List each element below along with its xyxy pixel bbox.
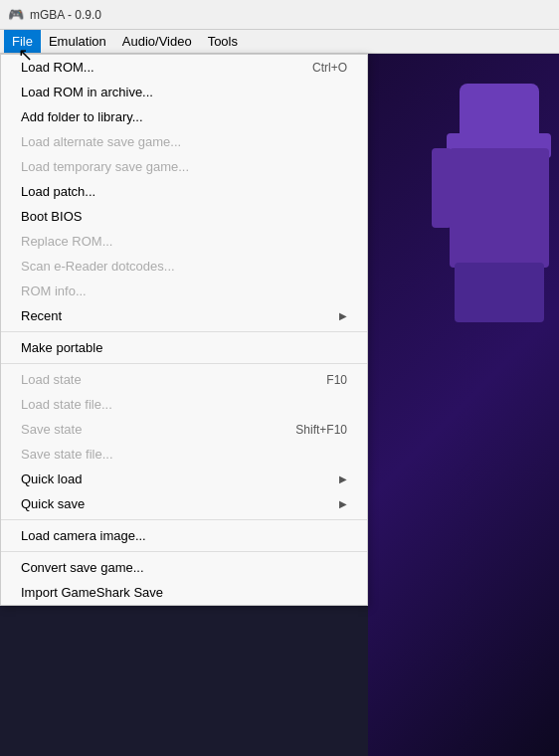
menu-item-rom-info: ROM info... bbox=[1, 279, 367, 303]
menu-bar: FileEmulationAudio/VideoTools bbox=[0, 30, 559, 54]
menu-item-replace-rom: Replace ROM... bbox=[1, 229, 367, 254]
menu-item-load-state-file: Load state file... bbox=[1, 392, 367, 417]
menu-item-import-gameshark-save[interactable]: Import GameShark Save bbox=[1, 580, 367, 605]
menu-separator-20 bbox=[1, 519, 367, 520]
menu-item-file[interactable]: File bbox=[4, 30, 41, 53]
robot-torso bbox=[450, 148, 549, 268]
menu-item-shortcut: Ctrl+O bbox=[312, 61, 347, 75]
robot-arm bbox=[432, 148, 452, 228]
menu-item-tools[interactable]: Tools bbox=[200, 30, 246, 53]
menu-item-load-rom[interactable]: Load ROM...Ctrl+O bbox=[1, 55, 367, 80]
menu-item-label: Import GameShark Save bbox=[21, 585, 163, 600]
game-bg-inner bbox=[368, 54, 559, 756]
menu-item-label: Quick save bbox=[21, 496, 85, 511]
menu-item-load-state: Load stateF10 bbox=[1, 367, 367, 392]
menu-item-label: Boot BIOS bbox=[21, 209, 82, 224]
menu-item-label: Quick load bbox=[21, 472, 82, 486]
submenu-arrow-icon: ▶ bbox=[339, 310, 347, 321]
menu-item-boot-bios[interactable]: Boot BIOS bbox=[1, 204, 367, 229]
submenu-arrow-icon: ▶ bbox=[339, 498, 347, 509]
menu-item-save-state-file: Save state file... bbox=[1, 442, 367, 467]
menu-item-label: Load camera image... bbox=[21, 528, 146, 543]
game-background bbox=[368, 54, 559, 756]
menu-separator-11 bbox=[1, 331, 367, 332]
menu-item-label: Scan e-Reader dotcodes... bbox=[21, 259, 175, 274]
menu-item-load-camera-image[interactable]: Load camera image... bbox=[1, 523, 367, 548]
menu-item-label: Load temporary save game... bbox=[21, 159, 189, 174]
menu-item-shortcut: F10 bbox=[326, 373, 347, 387]
menu-separator-22 bbox=[1, 551, 367, 552]
menu-item-label: Load patch... bbox=[21, 184, 95, 199]
menu-item-label: Save state file... bbox=[21, 447, 113, 462]
menu-item-add-folder-to-library[interactable]: Add folder to library... bbox=[1, 104, 367, 129]
menu-item-convert-save-game[interactable]: Convert save game... bbox=[1, 555, 367, 580]
menu-item-scan-e-reader-dotcodes: Scan e-Reader dotcodes... bbox=[1, 254, 367, 279]
menu-item-label: Load ROM in archive... bbox=[21, 85, 153, 99]
menu-item-shortcut: Shift+F10 bbox=[295, 423, 347, 437]
menu-item-label: Load ROM... bbox=[21, 60, 94, 75]
menu-item-emulation[interactable]: Emulation bbox=[41, 30, 114, 53]
menu-item-label: Replace ROM... bbox=[21, 234, 112, 249]
menu-item-quick-save[interactable]: Quick save▶ bbox=[1, 491, 367, 516]
title-bar-text: mGBA - 0.9.0 bbox=[30, 8, 101, 22]
app-icon: 🎮 bbox=[8, 7, 24, 23]
menu-item-label: Convert save game... bbox=[21, 560, 144, 575]
menu-item-load-rom-in-archive[interactable]: Load ROM in archive... bbox=[1, 80, 367, 104]
robot-lower bbox=[455, 263, 544, 322]
menu-item-make-portable[interactable]: Make portable bbox=[1, 335, 367, 360]
menu-item-label: Add folder to library... bbox=[21, 109, 143, 124]
menu-item-save-state: Save stateShift+F10 bbox=[1, 417, 367, 442]
menu-item-label: Make portable bbox=[21, 340, 102, 355]
title-bar: 🎮 mGBA - 0.9.0 bbox=[0, 0, 559, 30]
menu-item-label: Load state file... bbox=[21, 397, 112, 412]
menu-separator-13 bbox=[1, 363, 367, 364]
menu-item-label: Load state bbox=[21, 372, 82, 387]
menu-item-load-temporary-save-game: Load temporary save game... bbox=[1, 154, 367, 179]
file-menu-dropdown: Load ROM...Ctrl+OLoad ROM in archive...A… bbox=[0, 54, 368, 606]
menu-item-audio-video[interactable]: Audio/Video bbox=[114, 30, 200, 53]
menu-item-label: Load alternate save game... bbox=[21, 134, 181, 149]
menu-item-quick-load[interactable]: Quick load▶ bbox=[1, 467, 367, 491]
robot-head bbox=[460, 84, 539, 153]
menu-item-label: ROM info... bbox=[21, 284, 87, 298]
menu-item-load-patch[interactable]: Load patch... bbox=[1, 179, 367, 204]
submenu-arrow-icon: ▶ bbox=[339, 473, 347, 484]
menu-item-load-alternate-save-game: Load alternate save game... bbox=[1, 129, 367, 154]
menu-item-label: Save state bbox=[21, 422, 82, 437]
menu-item-recent[interactable]: Recent▶ bbox=[1, 303, 367, 328]
menu-item-label: Recent bbox=[21, 308, 62, 323]
